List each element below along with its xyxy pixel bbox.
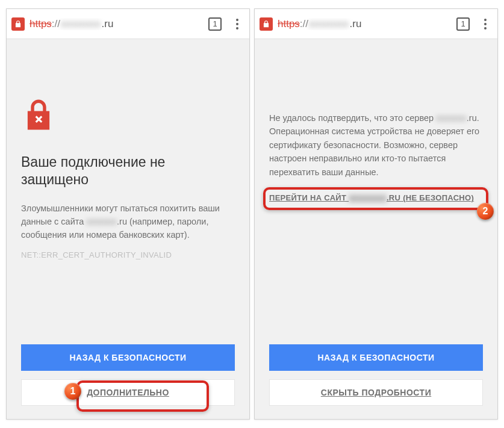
back-to-safety-button[interactable]: НАЗАД К БЕЗОПАСНОСТИ [21,344,235,371]
back-to-safety-button[interactable]: НАЗАД К БЕЗОПАСНОСТИ [269,344,483,371]
url-text: https://xxxxxxx.ru [30,18,113,30]
hide-details-button[interactable]: СКРЫТЬ ПОДРОБНОСТИ [269,379,483,406]
warning-details-body: Не удалось подтвердить, что это сервер x… [269,111,483,179]
address-bar: https://xxxxxxx.ru 1 [7,9,249,39]
insecure-lock-icon [260,17,273,31]
tab-count-indicator[interactable]: 1 [208,17,222,31]
address-bar: https://xxxxxxx.ru 1 [255,9,497,39]
warning-details-page: Не удалось подтвердить, что это сервер x… [255,39,497,419]
url-text: https://xxxxxxx.ru [278,18,361,30]
menu-icon[interactable] [479,19,491,29]
warning-lock-icon [21,97,56,132]
warning-page: Ваше подключение не защищено Злоумышленн… [7,39,249,419]
proceed-unsafe-link[interactable]: ПЕРЕЙТИ НА САЙТ XXXXXXX.RU (НЕ БЕЗОПАСНО… [269,193,483,202]
advanced-button[interactable]: ДОПОЛНИТЕЛЬНО [21,379,235,406]
error-code: NET::ERR_CERT_AUTHORITY_INVALID [21,250,235,259]
insecure-lock-icon [11,17,25,31]
screenshot-right: https://xxxxxxx.ru 1 Не удалось подтверд… [254,8,498,420]
warning-heading: Ваше подключение не защищено [21,154,235,188]
warning-body: Злоумышленники могут пытаться похитить в… [21,202,235,242]
menu-icon[interactable] [231,19,243,29]
screenshot-left: https://xxxxxxx.ru 1 Ваше подключение не… [6,8,250,420]
tab-count-indicator[interactable]: 1 [456,17,470,31]
